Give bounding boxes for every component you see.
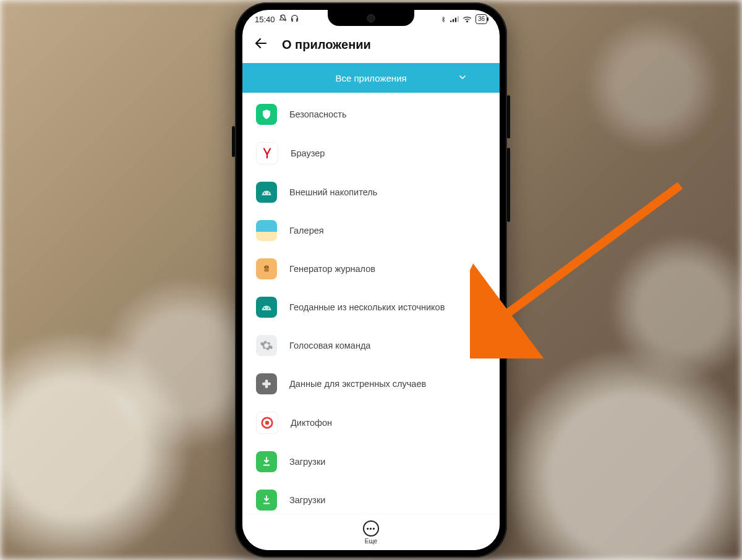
app-row-security[interactable]: Безопасность — [242, 95, 500, 134]
app-row-external-storage[interactable]: Внешний накопитель — [242, 173, 500, 211]
log-icon — [256, 258, 277, 279]
gear-icon — [256, 335, 277, 356]
bottom-nav: ••• Еще — [242, 514, 500, 550]
app-label: Голосовая команда — [289, 341, 370, 350]
recorder-icon — [256, 412, 278, 434]
app-row-voice-command[interactable]: Голосовая команда — [242, 326, 500, 365]
app-label: Генератор журналов — [289, 264, 375, 274]
bluetooth-icon — [440, 15, 446, 23]
phone-side-button — [232, 126, 235, 157]
svg-point-8 — [264, 193, 265, 194]
plus-icon — [256, 373, 277, 394]
app-row-recorder[interactable]: Диктофон — [242, 403, 500, 443]
svg-rect-1 — [450, 20, 451, 22]
svg-point-14 — [264, 308, 265, 309]
apps-filter-label: Все приложения — [335, 73, 406, 83]
chevron-down-icon — [458, 72, 467, 84]
app-list: Безопасность Браузер Внешний накопитель … — [242, 93, 500, 519]
battery-icon: 36 — [475, 14, 487, 24]
app-label: Галерея — [289, 226, 324, 235]
svg-rect-2 — [453, 19, 454, 22]
signal-icon — [450, 15, 459, 23]
back-button[interactable] — [254, 36, 268, 53]
svg-rect-21 — [263, 503, 270, 504]
phone-notch — [328, 10, 414, 26]
download-icon — [256, 451, 277, 472]
app-label: Загрузки — [289, 457, 325, 467]
app-row-emergency-info[interactable]: Данные для экстренных случаев — [242, 365, 500, 403]
more-label: Еще — [365, 538, 377, 545]
yandex-icon — [256, 142, 278, 164]
page-header: О приложении — [242, 28, 500, 63]
phone-frame: 15:40 36 — [235, 2, 507, 558]
svg-point-12 — [267, 266, 268, 268]
phone-side-button — [507, 148, 510, 222]
app-label: Данные для экстренных случаев — [289, 379, 426, 389]
status-time: 15:40 — [255, 15, 275, 24]
app-row-browser[interactable]: Браузер — [242, 134, 500, 173]
android-icon — [256, 182, 277, 203]
app-label: Геоданные из нескольких источников — [289, 302, 445, 312]
svg-point-11 — [265, 266, 266, 268]
svg-point-5 — [466, 21, 467, 22]
app-row-fused-location[interactable]: Геоданные из нескольких источников — [242, 288, 500, 326]
app-label: Безопасность — [289, 109, 347, 119]
phone-screen: 15:40 36 — [242, 10, 500, 550]
app-label: Браузер — [291, 148, 325, 158]
shield-icon — [256, 104, 277, 125]
android-icon — [256, 297, 277, 318]
svg-rect-20 — [263, 465, 270, 466]
page-title: О приложении — [282, 38, 371, 52]
svg-rect-13 — [264, 269, 269, 272]
dnd-icon — [279, 14, 287, 24]
svg-rect-4 — [458, 16, 459, 22]
app-label: Загрузки — [289, 495, 325, 505]
app-label: Диктофон — [291, 418, 332, 428]
svg-point-9 — [268, 193, 269, 194]
download-icon — [256, 490, 277, 511]
svg-rect-3 — [455, 18, 456, 22]
svg-rect-17 — [262, 383, 271, 386]
battery-level: 36 — [478, 16, 485, 22]
svg-point-15 — [268, 308, 269, 309]
svg-point-19 — [265, 421, 269, 425]
gallery-icon — [256, 220, 277, 241]
apps-filter-dropdown[interactable]: Все приложения — [242, 63, 500, 93]
more-button[interactable]: ••• — [363, 520, 379, 537]
app-row-gallery[interactable]: Галерея — [242, 211, 500, 250]
app-row-downloads[interactable]: Загрузки — [242, 443, 500, 481]
app-row-log-generator[interactable]: Генератор журналов — [242, 250, 500, 288]
headphones-icon — [291, 14, 299, 24]
phone-side-button — [507, 95, 510, 138]
wifi-icon — [463, 15, 472, 23]
app-label: Внешний накопитель — [289, 187, 377, 197]
